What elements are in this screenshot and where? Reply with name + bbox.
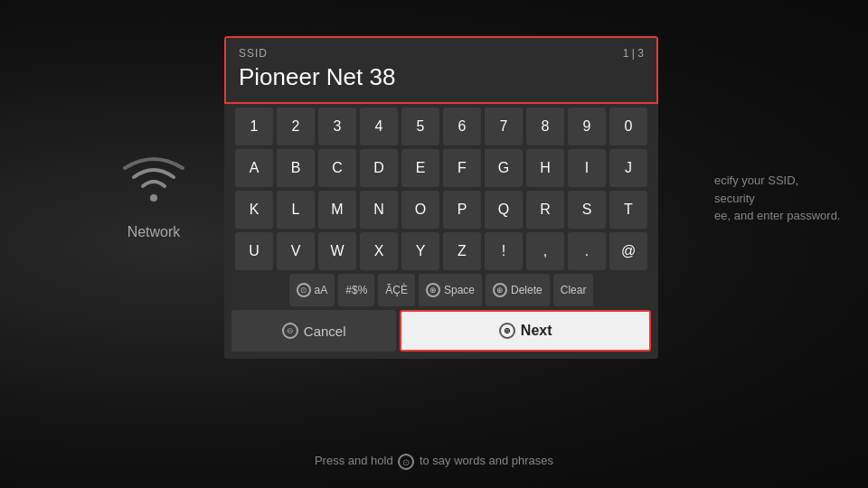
key-8[interactable]: 8 <box>526 108 564 145</box>
key-7[interactable]: 7 <box>485 108 523 145</box>
key-case-toggle[interactable]: ⊙ aA <box>289 274 335 306</box>
ssid-counter: 1 | 3 <box>623 47 644 60</box>
circle-icon: ⊙ <box>297 283 311 297</box>
key-3[interactable]: 3 <box>318 108 356 145</box>
right-description: ecify your SSID, security ee, and enter … <box>714 172 841 225</box>
key-r[interactable]: R <box>526 191 564 229</box>
ssid-field: SSID 1 | 3 Pioneer Net 38 <box>224 36 658 104</box>
ssid-label: SSID <box>239 47 268 60</box>
key-u[interactable]: U <box>235 232 273 270</box>
on-screen-keyboard: 1 2 3 4 5 6 7 8 9 0 A B C D E F G H I J … <box>224 104 658 359</box>
key-z[interactable]: Z <box>443 232 481 270</box>
key-1[interactable]: 1 <box>235 108 273 145</box>
keyboard-dialog: SSID 1 | 3 Pioneer Net 38 1 2 3 4 5 6 7 … <box>224 36 658 359</box>
key-x[interactable]: X <box>360 232 398 270</box>
key-n[interactable]: N <box>360 191 398 229</box>
key-delete[interactable]: ⊕ Delete <box>486 274 550 306</box>
key-at[interactable]: @ <box>609 232 647 270</box>
key-0[interactable]: 0 <box>609 108 647 145</box>
wifi-icon <box>118 154 190 208</box>
key-i[interactable]: I <box>568 149 606 187</box>
next-icon: ⊕ <box>499 323 515 339</box>
key-k[interactable]: K <box>235 191 273 229</box>
mic-icon: ⊙ <box>398 454 414 470</box>
network-label: Network <box>127 224 181 240</box>
key-m[interactable]: M <box>318 191 356 229</box>
svg-point-0 <box>150 194 157 202</box>
key-symbols[interactable]: #$% <box>338 274 374 306</box>
key-h[interactable]: H <box>526 149 564 187</box>
number-row: 1 2 3 4 5 6 7 8 9 0 <box>230 108 653 145</box>
key-o[interactable]: O <box>401 191 439 229</box>
key-v[interactable]: V <box>277 232 315 270</box>
key-l[interactable]: L <box>277 191 315 229</box>
key-y[interactable]: Y <box>401 232 439 270</box>
key-g[interactable]: G <box>485 149 523 187</box>
row-u-at: U V W X Y Z ! , . @ <box>230 232 653 270</box>
key-clear[interactable]: Clear <box>553 274 594 306</box>
key-q[interactable]: Q <box>485 191 523 229</box>
key-t[interactable]: T <box>609 191 647 229</box>
wifi-section: Network <box>118 154 190 240</box>
key-period[interactable]: . <box>568 232 606 270</box>
cancel-icon: ⊖ <box>282 323 298 339</box>
key-2[interactable]: 2 <box>277 108 315 145</box>
next-button[interactable]: ⊕ Next <box>400 310 651 352</box>
key-space[interactable]: ⊕ Space <box>419 274 482 306</box>
key-e[interactable]: E <box>401 149 439 187</box>
key-exclaim[interactable]: ! <box>485 232 523 270</box>
ssid-value: Pioneer Net 38 <box>239 63 644 91</box>
cancel-button[interactable]: ⊖ Cancel <box>231 310 396 352</box>
key-comma[interactable]: , <box>526 232 564 270</box>
key-s[interactable]: S <box>568 191 606 229</box>
key-d[interactable]: D <box>360 149 398 187</box>
key-f[interactable]: F <box>443 149 481 187</box>
key-4[interactable]: 4 <box>360 108 398 145</box>
key-p[interactable]: P <box>443 191 481 229</box>
key-accents[interactable]: ÃÇÈ <box>378 274 415 306</box>
row-a-j: A B C D E F G H I J <box>230 149 653 187</box>
key-9[interactable]: 9 <box>568 108 606 145</box>
key-c[interactable]: C <box>318 149 356 187</box>
key-6[interactable]: 6 <box>443 108 481 145</box>
circle-icon-delete: ⊕ <box>493 283 507 297</box>
row-k-t: K L M N O P Q R S T <box>230 191 653 229</box>
key-b[interactable]: B <box>277 149 315 187</box>
key-w[interactable]: W <box>318 232 356 270</box>
circle-icon-space: ⊕ <box>426 283 440 297</box>
key-j[interactable]: J <box>609 149 647 187</box>
special-keys-row: ⊙ aA #$% ÃÇÈ ⊕ Space ⊕ Delete Clear <box>230 274 653 306</box>
key-5[interactable]: 5 <box>401 108 439 145</box>
action-buttons-row: ⊖ Cancel ⊕ Next <box>230 310 653 352</box>
key-a[interactable]: A <box>235 149 273 187</box>
bottom-hint: Press and hold ⊙ to say words and phrase… <box>0 454 868 470</box>
